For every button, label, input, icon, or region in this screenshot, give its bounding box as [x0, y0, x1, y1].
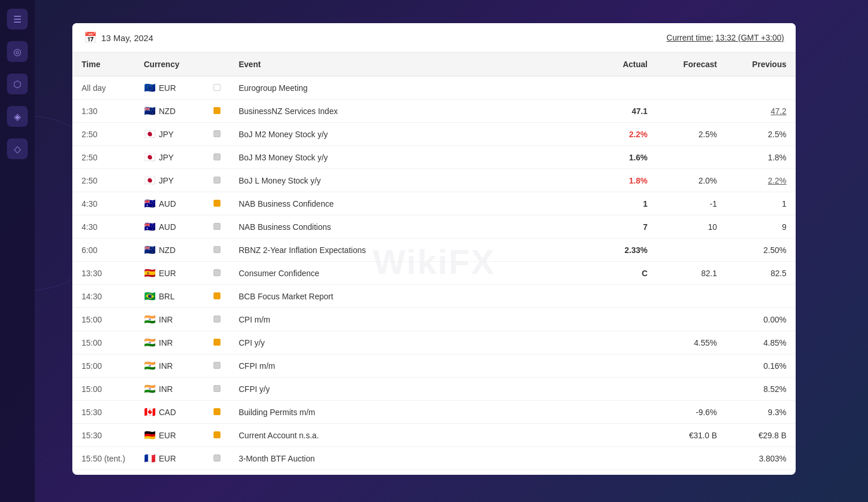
sidebar-icon-1[interactable]: ☰: [7, 9, 28, 30]
cell-time: 4:30: [72, 192, 135, 215]
importance-dot: [214, 130, 220, 137]
cell-currency: 🇧🇷BRL: [135, 285, 204, 308]
cell-actual: 1.8%: [587, 169, 657, 192]
currency-code: EUR: [159, 83, 176, 93]
cell-currency: 🇫🇷EUR: [135, 447, 204, 470]
cell-event: BoJ M2 Money Stock y/y: [230, 123, 588, 146]
currency-code: BRL: [159, 292, 175, 301]
cell-actual: 2.33%: [587, 239, 657, 262]
table-row: 6:00🇳🇿NZDRBNZ 2-Year Inflation Expectati…: [72, 239, 796, 262]
currency-code: EUR: [159, 454, 176, 463]
sidebar-icon-2[interactable]: ◎: [7, 41, 28, 62]
importance-dot: [214, 292, 220, 299]
cell-event: RBNZ 2-Year Inflation Expectations: [230, 239, 588, 262]
importance-dot: [214, 316, 220, 323]
cell-currency: 🇩🇪EUR: [135, 424, 204, 447]
th-event: Event: [230, 53, 588, 76]
cell-previous: [726, 285, 796, 308]
cell-previous: 8.52%: [726, 378, 796, 401]
cell-importance: [204, 308, 230, 331]
cell-currency: 🇯🇵JPY: [135, 146, 204, 169]
cell-time: 15:00: [72, 354, 135, 378]
cell-importance: [204, 123, 230, 146]
cell-time: 1:30: [72, 100, 135, 123]
cell-currency: 🇮🇳INR: [135, 378, 204, 401]
cell-previous: €29.8 B: [726, 424, 796, 447]
flag-icon: 🇯🇵: [144, 175, 156, 186]
cell-event: Consumer Confidence: [230, 262, 588, 285]
importance-dot: [214, 153, 220, 160]
cell-actual: 2.2%: [587, 123, 657, 146]
cell-event: CPI y/y: [230, 331, 588, 354]
cell-actual: [587, 331, 657, 354]
cell-currency: 🇦🇺AUD: [135, 192, 204, 215]
cell-event: BusinessNZ Services Index: [230, 100, 588, 123]
flag-icon: 🇫🇷: [144, 453, 156, 464]
cell-forecast: [657, 146, 726, 169]
currency-code: INR: [159, 338, 173, 347]
cell-previous: 1.8%: [726, 146, 796, 169]
calendar-icon: 📅: [84, 31, 97, 44]
cell-previous: 82.5: [726, 262, 796, 285]
flag-icon: 🇯🇵: [144, 129, 156, 140]
cell-event: Building Permits m/m: [230, 401, 588, 424]
cell-actual: 47.1: [587, 100, 657, 123]
cell-event: CFPI y/y: [230, 378, 588, 401]
table-row: 2:50🇯🇵JPYBoJ M2 Money Stock y/y2.2%2.5%2…: [72, 123, 796, 146]
cell-event: BoJ L Money Stock y/y: [230, 169, 588, 192]
cell-currency: 🇦🇺AUD: [135, 215, 204, 239]
cell-actual: [587, 308, 657, 331]
cell-time: 6:00: [72, 239, 135, 262]
cell-previous: 9: [726, 215, 796, 239]
cell-currency: 🇪🇺EUR: [135, 76, 204, 100]
table-header-row: Time Currency Event Actual Forecast Prev…: [72, 53, 796, 76]
cell-forecast: 2.5%: [657, 123, 726, 146]
cell-forecast: €31.0 B: [657, 424, 726, 447]
th-forecast: Forecast: [657, 53, 726, 76]
cell-forecast: 4.55%: [657, 331, 726, 354]
cell-forecast: 2.0%: [657, 169, 726, 192]
sidebar-icon-4[interactable]: ◈: [7, 106, 28, 127]
currency-code: EUR: [159, 269, 176, 278]
sidebar-icon-5[interactable]: ◇: [7, 138, 28, 159]
cell-actual: [587, 76, 657, 100]
currency-code: JPY: [159, 176, 174, 185]
importance-dot: [214, 431, 220, 438]
cell-time: 2:50: [72, 146, 135, 169]
cell-importance: [204, 285, 230, 308]
currency-code: INR: [159, 384, 173, 394]
cell-currency: 🇮🇳INR: [135, 308, 204, 331]
cell-event: BCB Focus Market Report: [230, 285, 588, 308]
current-time-value: 13:32 (GMT +3:00): [716, 33, 784, 42]
main-container: 📅 13 May, 2024 Current time: 13:32 (GMT …: [72, 23, 796, 475]
cell-actual: [587, 354, 657, 378]
table-wrapper: WikiFX Time Currency Event Actual Foreca…: [72, 53, 796, 470]
cell-forecast: -1: [657, 192, 726, 215]
date-value: 13 May, 2024: [101, 33, 153, 43]
cell-forecast: [657, 285, 726, 308]
th-currency: Currency: [135, 53, 204, 76]
cell-currency: 🇳🇿NZD: [135, 100, 204, 123]
cell-forecast: [657, 100, 726, 123]
sidebar-icon-3[interactable]: ⬡: [7, 74, 28, 94]
cell-previous: 47.2: [726, 100, 796, 123]
cell-importance: [204, 331, 230, 354]
th-actual: Actual: [587, 53, 657, 76]
cell-time: 2:50: [72, 123, 135, 146]
table-row: 15:00🇮🇳INRCPI m/m0.00%: [72, 308, 796, 331]
flag-icon: 🇧🇷: [144, 291, 156, 302]
cell-time: 15:30: [72, 401, 135, 424]
current-time: Current time: 13:32 (GMT +3:00): [667, 33, 784, 42]
flag-icon: 🇪🇺: [144, 82, 156, 93]
cell-importance: [204, 76, 230, 100]
cell-time: 14:30: [72, 285, 135, 308]
th-previous: Previous: [726, 53, 796, 76]
table-row: 4:30🇦🇺AUDNAB Business Confidence1-11: [72, 192, 796, 215]
currency-code: AUD: [159, 222, 176, 232]
cell-currency: 🇨🇦CAD: [135, 401, 204, 424]
cell-currency: 🇮🇳INR: [135, 354, 204, 378]
cell-previous: 4.85%: [726, 331, 796, 354]
cell-importance: [204, 378, 230, 401]
flag-icon: 🇮🇳: [144, 383, 156, 394]
currency-code: NZD: [159, 107, 176, 116]
